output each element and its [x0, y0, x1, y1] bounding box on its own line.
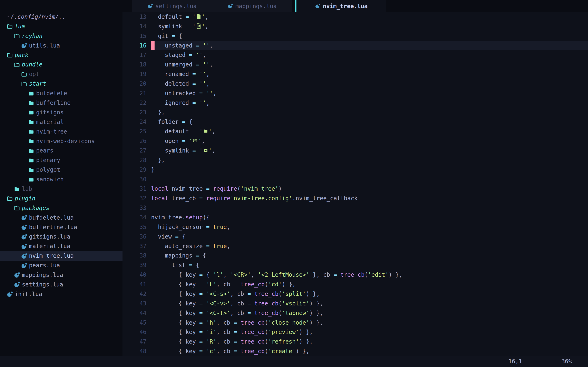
tree-item-bundle[interactable]: bundle	[0, 60, 122, 69]
code-line[interactable]: 34nvim_tree.setup({	[122, 213, 588, 222]
code-line[interactable]: 21 untracked = '',	[122, 89, 588, 98]
code-token: =	[189, 262, 196, 268]
tree-item-bufferline[interactable]: bufferline	[0, 98, 122, 108]
tree-root-path[interactable]: ~/.config/nvim/..	[0, 12, 122, 22]
tree-item-settings.lua[interactable]: settings.lua	[0, 280, 122, 290]
tab-mappings.lua[interactable]: mappings.lua	[212, 0, 292, 12]
folder-filled-icon	[28, 157, 34, 164]
tree-item-start[interactable]: start	[0, 79, 122, 89]
code-line[interactable]: 38 mappings = {	[122, 251, 588, 261]
code-line[interactable]: 42 { key = '<C-s>', cb = tree_cb('split'…	[122, 289, 588, 299]
code-line[interactable]: 30	[122, 175, 588, 184]
code-token: , cb	[216, 281, 233, 288]
code-line[interactable]: 28 },	[122, 156, 588, 165]
code-line[interactable]: 48 { key = 'c', cb = tree_cb('create') }…	[122, 347, 588, 356]
tree-item-polygot[interactable]: polygot	[0, 165, 122, 175]
code-line[interactable]: 33	[122, 203, 588, 213]
tree-item-packages[interactable]: packages	[0, 203, 122, 213]
tree-item-nvim-web-devicons[interactable]: nvim-web-devicons	[0, 137, 122, 146]
code-line[interactable]: 29}	[122, 165, 588, 175]
tree-item-nvim_tree.lua[interactable]: nvim_tree.lua	[0, 251, 122, 261]
tree-item-material.lua[interactable]: material.lua	[0, 242, 122, 251]
tree-item-lua[interactable]: lua	[0, 22, 122, 31]
lua-icon	[14, 272, 20, 278]
code-line-text: { key = '<C-v>', cb = tree_cb('vsplit') …	[151, 299, 588, 309]
code-token: 'cd'	[268, 281, 282, 288]
code-token: =	[199, 195, 206, 202]
code-line[interactable]: 14 symlink = '',	[122, 22, 588, 31]
tree-item-opt[interactable]: opt	[0, 69, 122, 79]
tree-item-material[interactable]: material	[0, 117, 122, 127]
tab-nvim_tree.lua[interactable]: nvim_tree.lua	[295, 0, 386, 12]
code-token: tree_cb	[340, 271, 364, 278]
code-line[interactable]: 19 renamed = '',	[122, 69, 588, 79]
code-line[interactable]: 32local tree_cb = require'nvim-tree.conf…	[122, 194, 588, 203]
tree-item-reyhan[interactable]: reyhan	[0, 31, 122, 41]
code-line[interactable]: 18 unmerged = '',	[122, 60, 588, 69]
code-line[interactable]: 46 { key = 'i', cb = tree_cb('preview') …	[122, 327, 588, 337]
code-token: tree_cb	[241, 329, 265, 335]
tree-item-sandwich[interactable]: sandwich	[0, 175, 122, 184]
code-token: =	[199, 310, 206, 317]
code-line[interactable]: 44 { key = '<C-t>', cb = tree_cb('tabnew…	[122, 309, 588, 318]
code-token: ,	[212, 128, 215, 135]
code-line[interactable]: 24 folder = {	[122, 117, 588, 127]
code-token: tree_cb	[241, 348, 265, 355]
tree-item-bufferline.lua[interactable]: bufferline.lua	[0, 223, 122, 232]
tree-item-pears.lua[interactable]: pears.lua	[0, 261, 122, 270]
code-token: '<C-s>'	[206, 291, 230, 297]
code-line[interactable]: 36 view = {	[122, 232, 588, 242]
code-line[interactable]: 35 hijack_cursor = true,	[122, 222, 588, 232]
code-token: ) },	[306, 291, 320, 297]
code-token: '	[192, 23, 196, 30]
code-line[interactable]: 31local nvim_tree = require('nvim-tree')	[122, 184, 588, 194]
tree-item-gitsigns[interactable]: gitsigns	[0, 108, 122, 117]
tree-item-bufdelete[interactable]: bufdelete	[0, 89, 122, 98]
code-line[interactable]: 40 { key = { 'l', '<CR>', '<2-LeftMouse>…	[122, 270, 588, 280]
code-line[interactable]: 45 { key = 'h', cb = tree_cb('close_node…	[122, 318, 588, 328]
code-line[interactable]: 16 unstaged = '',	[122, 41, 588, 50]
code-token: =	[247, 300, 254, 307]
code-token: {	[189, 118, 192, 125]
lua-icon	[7, 291, 13, 297]
code-line[interactable]: 15 git = {	[122, 31, 588, 41]
code-line[interactable]: 47 { key = 'R', cb = tree_cb('refresh') …	[122, 337, 588, 347]
code-token: tree_cb	[254, 300, 278, 307]
line-number: 28	[122, 156, 151, 165]
tree-item-gitsigns.lua[interactable]: gitsigns.lua	[0, 232, 122, 242]
code-line[interactable]: 25 default = '',	[122, 127, 588, 136]
tree-item-bufdelete.lua[interactable]: bufdelete.lua	[0, 213, 122, 223]
tab-settings.lua[interactable]: settings.lua	[132, 0, 212, 12]
code-token: =	[234, 319, 241, 326]
code-line[interactable]: 26 open = '',	[122, 136, 588, 146]
tree-item-pack[interactable]: pack	[0, 50, 122, 60]
tree-item-lab[interactable]: lab	[0, 184, 122, 194]
tree-item-label: lua	[15, 22, 25, 31]
tree-item-plenary[interactable]: plenary	[0, 156, 122, 165]
code-line[interactable]: 43 { key = '<C-v>', cb = tree_cb('vsplit…	[122, 299, 588, 309]
tree-item-nvim-tree[interactable]: nvim-tree	[0, 127, 122, 137]
code-line[interactable]: 17 staged = '',	[122, 50, 588, 60]
code-token: 'c'	[206, 348, 217, 355]
code-line[interactable]: 41 { key = 'L', cb = tree_cb('cd') },	[122, 280, 588, 289]
code-token: ) },	[389, 271, 402, 278]
tree-item-init.lua[interactable]: init.lua	[0, 290, 122, 299]
code-line[interactable]: 20 deleted = '',	[122, 79, 588, 89]
code-line[interactable]: 39 list = {	[122, 261, 588, 270]
code-line[interactable]: 23 },	[122, 108, 588, 117]
code-line[interactable]: 37 auto_resize = true,	[122, 242, 588, 251]
tree-item-mappings.lua[interactable]: mappings.lua	[0, 270, 122, 280]
tree-item-pears[interactable]: pears	[0, 146, 122, 156]
code-line[interactable]: 22 ignored = '',	[122, 98, 588, 108]
code-token: git	[151, 33, 172, 39]
code-token: ''	[199, 100, 206, 106]
code-line[interactable]: 27 symlink = '',	[122, 146, 588, 156]
code-line[interactable]: 13 default = '',	[122, 12, 588, 22]
tree-item-plugin[interactable]: plugin	[0, 194, 122, 203]
code-token: =	[247, 310, 254, 317]
line-number: 35	[122, 222, 151, 232]
code-token: 'nvim-tree.config'	[230, 195, 292, 202]
tree-item-utils.lua[interactable]: utils.lua	[0, 41, 122, 50]
code-token: ,	[227, 243, 230, 250]
code-area[interactable]: 13 default = '',14 symlink = '',15 git =…	[122, 12, 588, 356]
